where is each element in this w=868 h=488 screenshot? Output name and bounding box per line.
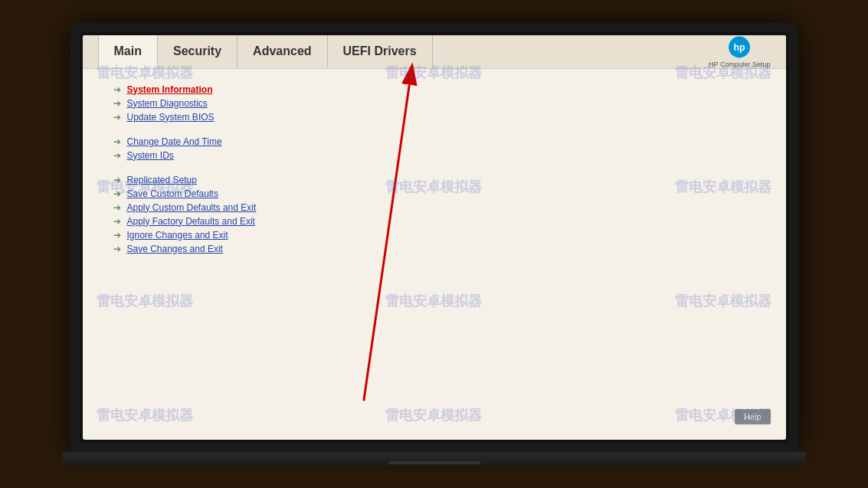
tab-uefi-drivers[interactable]: UEFI Drivers: [328, 35, 433, 69]
tab-advanced-label: Advanced: [253, 44, 311, 58]
arrow-icon: ➔: [113, 216, 121, 227]
arrow-icon: ➔: [113, 84, 121, 95]
bios-content: ➔ System Information ➔ System Diagnostic…: [83, 69, 786, 283]
menu-link-system-ids[interactable]: System IDs: [127, 150, 174, 161]
menu-link-apply-factory[interactable]: Apply Factory Defaults and Exit: [127, 216, 255, 227]
arrow-icon: ➔: [113, 98, 121, 109]
trackpad: [388, 461, 480, 464]
list-item[interactable]: ➔ System IDs: [113, 150, 755, 161]
menu-link-system-diag[interactable]: System Diagnostics: [127, 98, 208, 109]
arrow-icon: ➔: [113, 230, 121, 241]
list-item[interactable]: ➔ Update System BIOS: [113, 112, 755, 123]
arrow-icon: ➔: [113, 202, 121, 213]
tab-advanced[interactable]: Advanced: [237, 35, 327, 69]
screen-bezel: Main Security Advanced UEFI Drivers: [80, 32, 789, 443]
bios-header: Main Security Advanced UEFI Drivers: [83, 35, 786, 69]
tab-main[interactable]: Main: [98, 35, 158, 69]
arrow-icon: ➔: [113, 150, 121, 161]
list-item[interactable]: ➔ Apply Factory Defaults and Exit: [113, 216, 755, 227]
help-button[interactable]: Help: [735, 409, 771, 424]
tab-uefi-label: UEFI Drivers: [343, 44, 417, 58]
tab-security-label: Security: [173, 44, 221, 58]
menu-link-update-bios[interactable]: Update System BIOS: [127, 112, 215, 123]
hp-logo-icon: hp: [726, 35, 753, 59]
tab-main-label: Main: [114, 44, 142, 58]
menu-section-2: ➔ Change Date And Time ➔ System IDs: [113, 136, 755, 161]
list-item[interactable]: ➔ Save Changes and Exit: [113, 244, 755, 254]
list-item[interactable]: ➔ Change Date And Time: [113, 136, 755, 147]
menu-link-save-custom[interactable]: Save Custom Defaults: [127, 188, 218, 199]
menu-section-1: ➔ System Information ➔ System Diagnostic…: [113, 84, 755, 123]
list-item[interactable]: ➔ System Diagnostics: [113, 98, 755, 109]
arrow-icon: ➔: [113, 136, 121, 147]
menu-link-date-time[interactable]: Change Date And Time: [127, 136, 222, 147]
arrow-icon: ➔: [113, 188, 121, 199]
nav-tabs: Main Security Advanced UEFI Drivers: [83, 35, 709, 68]
list-item[interactable]: ➔ Replicated Setup: [113, 175, 755, 185]
menu-section-3: ➔ Replicated Setup ➔ Save Custom Default…: [113, 175, 755, 254]
hp-subtitle: HP Computer Setup: [709, 61, 770, 68]
list-item[interactable]: ➔ System Information: [113, 84, 755, 95]
list-item[interactable]: ➔ Save Custom Defaults: [113, 188, 755, 199]
arrow-icon: ➔: [113, 175, 121, 185]
menu-link-apply-custom[interactable]: Apply Custom Defaults and Exit: [127, 202, 257, 213]
list-item[interactable]: ➔ Ignore Changes and Exit: [113, 230, 755, 241]
bios-screen: Main Security Advanced UEFI Drivers: [83, 35, 786, 440]
arrow-icon: ➔: [113, 244, 121, 254]
arrow-icon: ➔: [113, 112, 121, 123]
svg-text:hp: hp: [734, 42, 746, 53]
menu-link-save-changes[interactable]: Save Changes and Exit: [127, 244, 223, 254]
tab-security[interactable]: Security: [158, 35, 237, 69]
laptop-frame: Main Security Advanced UEFI Drivers: [70, 23, 798, 452]
menu-link-ignore-changes[interactable]: Ignore Changes and Exit: [127, 230, 228, 241]
menu-link-replicated-setup[interactable]: Replicated Setup: [127, 175, 197, 185]
hp-logo-area: hp HP Computer Setup: [709, 35, 785, 68]
list-item[interactable]: ➔ Apply Custom Defaults and Exit: [113, 202, 755, 213]
menu-link-system-info[interactable]: System Information: [127, 84, 213, 95]
laptop-base: [63, 452, 806, 466]
